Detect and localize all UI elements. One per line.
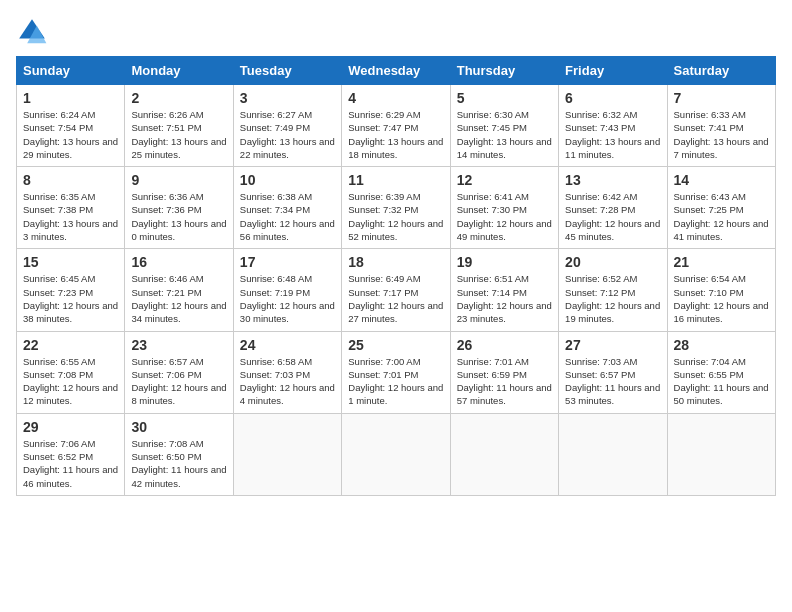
- weekday-header: Thursday: [450, 57, 558, 85]
- day-number: 13: [565, 172, 660, 188]
- calendar-cell: [233, 413, 341, 495]
- day-number: 11: [348, 172, 443, 188]
- calendar-table: SundayMondayTuesdayWednesdayThursdayFrid…: [16, 56, 776, 496]
- weekday-header: Sunday: [17, 57, 125, 85]
- day-number: 17: [240, 254, 335, 270]
- calendar-cell: 30Sunrise: 7:08 AMSunset: 6:50 PMDayligh…: [125, 413, 233, 495]
- day-info: Sunrise: 6:42 AMSunset: 7:28 PMDaylight:…: [565, 190, 660, 243]
- day-info: Sunrise: 6:55 AMSunset: 7:08 PMDaylight:…: [23, 355, 118, 408]
- day-number: 23: [131, 337, 226, 353]
- weekday-header-row: SundayMondayTuesdayWednesdayThursdayFrid…: [17, 57, 776, 85]
- calendar-cell: [450, 413, 558, 495]
- calendar-cell: [559, 413, 667, 495]
- calendar-cell: 24Sunrise: 6:58 AMSunset: 7:03 PMDayligh…: [233, 331, 341, 413]
- day-info: Sunrise: 6:26 AMSunset: 7:51 PMDaylight:…: [131, 108, 226, 161]
- day-info: Sunrise: 6:41 AMSunset: 7:30 PMDaylight:…: [457, 190, 552, 243]
- calendar-cell: 11Sunrise: 6:39 AMSunset: 7:32 PMDayligh…: [342, 167, 450, 249]
- day-info: Sunrise: 7:01 AMSunset: 6:59 PMDaylight:…: [457, 355, 552, 408]
- calendar-cell: [667, 413, 775, 495]
- calendar-cell: 7Sunrise: 6:33 AMSunset: 7:41 PMDaylight…: [667, 85, 775, 167]
- day-number: 27: [565, 337, 660, 353]
- calendar-cell: 12Sunrise: 6:41 AMSunset: 7:30 PMDayligh…: [450, 167, 558, 249]
- calendar-cell: 23Sunrise: 6:57 AMSunset: 7:06 PMDayligh…: [125, 331, 233, 413]
- calendar-week-row: 15Sunrise: 6:45 AMSunset: 7:23 PMDayligh…: [17, 249, 776, 331]
- day-number: 6: [565, 90, 660, 106]
- day-number: 10: [240, 172, 335, 188]
- calendar-cell: 3Sunrise: 6:27 AMSunset: 7:49 PMDaylight…: [233, 85, 341, 167]
- day-number: 29: [23, 419, 118, 435]
- day-number: 4: [348, 90, 443, 106]
- calendar-cell: 17Sunrise: 6:48 AMSunset: 7:19 PMDayligh…: [233, 249, 341, 331]
- day-info: Sunrise: 6:35 AMSunset: 7:38 PMDaylight:…: [23, 190, 118, 243]
- day-info: Sunrise: 6:24 AMSunset: 7:54 PMDaylight:…: [23, 108, 118, 161]
- day-number: 21: [674, 254, 769, 270]
- calendar-cell: 2Sunrise: 6:26 AMSunset: 7:51 PMDaylight…: [125, 85, 233, 167]
- day-number: 2: [131, 90, 226, 106]
- calendar-cell: 6Sunrise: 6:32 AMSunset: 7:43 PMDaylight…: [559, 85, 667, 167]
- weekday-header: Monday: [125, 57, 233, 85]
- day-info: Sunrise: 6:48 AMSunset: 7:19 PMDaylight:…: [240, 272, 335, 325]
- day-number: 25: [348, 337, 443, 353]
- calendar-week-row: 22Sunrise: 6:55 AMSunset: 7:08 PMDayligh…: [17, 331, 776, 413]
- day-number: 14: [674, 172, 769, 188]
- day-info: Sunrise: 7:03 AMSunset: 6:57 PMDaylight:…: [565, 355, 660, 408]
- calendar-cell: 9Sunrise: 6:36 AMSunset: 7:36 PMDaylight…: [125, 167, 233, 249]
- day-number: 28: [674, 337, 769, 353]
- day-number: 15: [23, 254, 118, 270]
- day-number: 19: [457, 254, 552, 270]
- day-number: 24: [240, 337, 335, 353]
- day-info: Sunrise: 6:27 AMSunset: 7:49 PMDaylight:…: [240, 108, 335, 161]
- calendar-cell: 21Sunrise: 6:54 AMSunset: 7:10 PMDayligh…: [667, 249, 775, 331]
- day-number: 26: [457, 337, 552, 353]
- day-number: 18: [348, 254, 443, 270]
- weekday-header: Tuesday: [233, 57, 341, 85]
- calendar-cell: 28Sunrise: 7:04 AMSunset: 6:55 PMDayligh…: [667, 331, 775, 413]
- calendar-cell: 13Sunrise: 6:42 AMSunset: 7:28 PMDayligh…: [559, 167, 667, 249]
- calendar-week-row: 1Sunrise: 6:24 AMSunset: 7:54 PMDaylight…: [17, 85, 776, 167]
- day-number: 7: [674, 90, 769, 106]
- logo-icon: [16, 16, 48, 48]
- day-number: 1: [23, 90, 118, 106]
- day-number: 20: [565, 254, 660, 270]
- day-number: 12: [457, 172, 552, 188]
- day-number: 5: [457, 90, 552, 106]
- day-info: Sunrise: 6:39 AMSunset: 7:32 PMDaylight:…: [348, 190, 443, 243]
- calendar-week-row: 29Sunrise: 7:06 AMSunset: 6:52 PMDayligh…: [17, 413, 776, 495]
- day-info: Sunrise: 7:08 AMSunset: 6:50 PMDaylight:…: [131, 437, 226, 490]
- day-info: Sunrise: 6:51 AMSunset: 7:14 PMDaylight:…: [457, 272, 552, 325]
- calendar-cell: 27Sunrise: 7:03 AMSunset: 6:57 PMDayligh…: [559, 331, 667, 413]
- day-number: 16: [131, 254, 226, 270]
- day-number: 22: [23, 337, 118, 353]
- day-info: Sunrise: 6:36 AMSunset: 7:36 PMDaylight:…: [131, 190, 226, 243]
- day-info: Sunrise: 6:57 AMSunset: 7:06 PMDaylight:…: [131, 355, 226, 408]
- day-info: Sunrise: 6:46 AMSunset: 7:21 PMDaylight:…: [131, 272, 226, 325]
- calendar-cell: 4Sunrise: 6:29 AMSunset: 7:47 PMDaylight…: [342, 85, 450, 167]
- weekday-header: Friday: [559, 57, 667, 85]
- day-info: Sunrise: 6:32 AMSunset: 7:43 PMDaylight:…: [565, 108, 660, 161]
- calendar-cell: 18Sunrise: 6:49 AMSunset: 7:17 PMDayligh…: [342, 249, 450, 331]
- calendar-cell: [342, 413, 450, 495]
- day-info: Sunrise: 7:04 AMSunset: 6:55 PMDaylight:…: [674, 355, 769, 408]
- day-number: 3: [240, 90, 335, 106]
- calendar-cell: 26Sunrise: 7:01 AMSunset: 6:59 PMDayligh…: [450, 331, 558, 413]
- weekday-header: Wednesday: [342, 57, 450, 85]
- calendar-cell: 19Sunrise: 6:51 AMSunset: 7:14 PMDayligh…: [450, 249, 558, 331]
- calendar-week-row: 8Sunrise: 6:35 AMSunset: 7:38 PMDaylight…: [17, 167, 776, 249]
- day-info: Sunrise: 6:33 AMSunset: 7:41 PMDaylight:…: [674, 108, 769, 161]
- calendar-cell: 5Sunrise: 6:30 AMSunset: 7:45 PMDaylight…: [450, 85, 558, 167]
- calendar-cell: 20Sunrise: 6:52 AMSunset: 7:12 PMDayligh…: [559, 249, 667, 331]
- day-info: Sunrise: 6:38 AMSunset: 7:34 PMDaylight:…: [240, 190, 335, 243]
- day-info: Sunrise: 6:58 AMSunset: 7:03 PMDaylight:…: [240, 355, 335, 408]
- calendar-cell: 8Sunrise: 6:35 AMSunset: 7:38 PMDaylight…: [17, 167, 125, 249]
- day-info: Sunrise: 6:49 AMSunset: 7:17 PMDaylight:…: [348, 272, 443, 325]
- calendar-cell: 15Sunrise: 6:45 AMSunset: 7:23 PMDayligh…: [17, 249, 125, 331]
- day-info: Sunrise: 6:30 AMSunset: 7:45 PMDaylight:…: [457, 108, 552, 161]
- day-info: Sunrise: 6:45 AMSunset: 7:23 PMDaylight:…: [23, 272, 118, 325]
- day-number: 9: [131, 172, 226, 188]
- day-info: Sunrise: 6:54 AMSunset: 7:10 PMDaylight:…: [674, 272, 769, 325]
- calendar-cell: 1Sunrise: 6:24 AMSunset: 7:54 PMDaylight…: [17, 85, 125, 167]
- calendar-cell: 14Sunrise: 6:43 AMSunset: 7:25 PMDayligh…: [667, 167, 775, 249]
- day-info: Sunrise: 6:29 AMSunset: 7:47 PMDaylight:…: [348, 108, 443, 161]
- day-info: Sunrise: 6:43 AMSunset: 7:25 PMDaylight:…: [674, 190, 769, 243]
- calendar-cell: 29Sunrise: 7:06 AMSunset: 6:52 PMDayligh…: [17, 413, 125, 495]
